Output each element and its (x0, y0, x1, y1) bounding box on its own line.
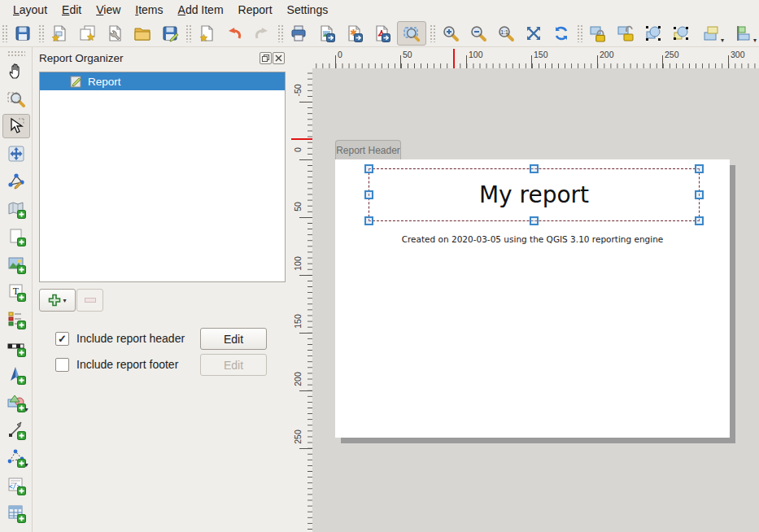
toolbar-drag-handle[interactable] (577, 24, 582, 42)
add-html-icon: </> (7, 476, 26, 495)
add-legend-button[interactable] (2, 307, 30, 332)
add-fixed-table-button[interactable] (2, 529, 30, 532)
v-ruler-label: 0 (293, 137, 303, 162)
selected-label-item[interactable]: My report (369, 168, 700, 221)
move-item-content-tool-button[interactable] (2, 142, 30, 166)
remove-section-button[interactable] (76, 289, 103, 312)
zoom-tool-button[interactable] (2, 86, 30, 111)
open-layout-button[interactable] (130, 21, 155, 46)
add-shape-button[interactable]: ▾ (2, 390, 30, 415)
add-map-icon (7, 199, 26, 219)
menu-view[interactable]: View (89, 2, 127, 18)
menu-items[interactable]: Items (129, 2, 169, 18)
panel-close-button[interactable] (273, 52, 285, 64)
zoom-out-button[interactable] (466, 21, 491, 46)
add-scalebar-button[interactable] (2, 335, 30, 360)
report-tree-item[interactable]: Report (40, 72, 285, 90)
add-section-button[interactable]: ▾ (39, 289, 76, 312)
toolbar-drag-handle[interactable] (7, 50, 25, 56)
export-pdf-button[interactable] (369, 21, 394, 46)
raise-items-button[interactable]: ▾ (696, 21, 726, 46)
h-ruler-label: 50 (403, 50, 412, 59)
edit-nodes-tool-button[interactable] (2, 169, 30, 194)
open-folder-icon (133, 24, 151, 42)
edit-footer-button[interactable]: Edit (200, 354, 267, 376)
save-as-button[interactable] (158, 21, 182, 46)
select-all-button[interactable] (641, 21, 665, 46)
zoom-actual-button[interactable]: 1:1 (494, 21, 518, 46)
export-image-icon (317, 24, 335, 42)
export-pdf-icon (373, 24, 390, 42)
add-north-arrow-button[interactable] (2, 363, 30, 387)
save-button[interactable] (11, 21, 35, 46)
add-picture-button[interactable] (2, 252, 30, 277)
pan-tool-button[interactable] (2, 59, 30, 83)
duplicate-layout-button[interactable] (75, 21, 99, 46)
add-node-item-icon (7, 448, 26, 468)
deselect-all-button[interactable] (669, 21, 693, 46)
redo-icon (253, 24, 271, 42)
edit-header-button[interactable]: Edit (200, 328, 267, 350)
export-image-button[interactable] (314, 21, 338, 46)
layout-viewport[interactable]: Report Header My report Created on 2020-… (312, 68, 759, 532)
dropdown-caret-icon: ▾ (63, 297, 66, 304)
layout-manager-button[interactable] (103, 21, 127, 46)
add-3d-map-button[interactable] (2, 225, 30, 249)
select-move-item-tool-button[interactable] (2, 114, 30, 138)
lock-items-button[interactable] (586, 21, 610, 46)
zoom-full-button[interactable] (397, 21, 426, 46)
export-svg-button[interactable] (342, 21, 366, 46)
report-header-tab: Report Header (335, 140, 401, 159)
toolbar-drag-handle[interactable] (277, 24, 283, 42)
new-layout-button[interactable] (47, 21, 72, 46)
vertical-ruler[interactable]: -50 0 50 100 150 200 250 (291, 68, 312, 532)
toolbar-drag-handle[interactable] (38, 24, 44, 42)
include-report-header-checkbox[interactable]: ✓ (55, 332, 69, 346)
report-subtitle-label[interactable]: Created on 2020-03-05 using the QGIS 3.1… (335, 234, 730, 244)
toolbar-drag-handle[interactable] (185, 24, 191, 42)
include-report-header-row: ✓ Include report header (55, 329, 185, 348)
align-items-button[interactable]: ▾ (729, 21, 758, 46)
print-button[interactable] (286, 21, 311, 46)
unlock-items-button[interactable] (613, 21, 638, 46)
move-item-content-icon (7, 144, 26, 164)
add-node-item-button[interactable]: ▾ (2, 446, 30, 470)
undo-icon (225, 24, 243, 42)
report-page[interactable]: My report Created on 2020-03-05 using th… (335, 159, 730, 438)
ruler-position-marker (291, 138, 312, 140)
edit-nodes-icon (7, 172, 26, 191)
add-attribute-table-button[interactable] (2, 501, 30, 525)
toolbar-drag-handle[interactable] (430, 24, 435, 42)
report-title-label[interactable]: My report (369, 169, 699, 220)
report-tree[interactable]: Report (39, 72, 286, 282)
lock-items-icon (589, 24, 607, 42)
undo-button[interactable] (222, 21, 246, 46)
redo-button[interactable] (250, 21, 274, 46)
zoom-in-button[interactable] (438, 21, 463, 46)
svg-text:1:1: 1:1 (500, 29, 508, 35)
new-page-icon (198, 24, 216, 42)
menu-report[interactable]: Report (232, 2, 279, 18)
pan-tool-icon (7, 61, 26, 81)
menu-add-item[interactable]: Add Item (172, 2, 230, 18)
horizontal-ruler[interactable]: 0 50 100 150 200 250 300 (312, 47, 759, 68)
add-arrow-button[interactable] (2, 418, 30, 443)
new-page-button[interactable] (194, 21, 219, 46)
menu-edit[interactable]: Edit (55, 2, 88, 18)
panel-float-button[interactable] (260, 52, 272, 64)
menu-settings[interactable]: Settings (281, 2, 335, 18)
zoom-to-extent-button[interactable] (521, 21, 546, 46)
refresh-button[interactable] (549, 21, 574, 46)
add-map-button[interactable] (2, 197, 30, 221)
add-label-button[interactable]: T (2, 280, 30, 304)
save-icon (14, 24, 32, 42)
add-legend-icon (7, 310, 26, 329)
include-report-footer-checkbox[interactable] (55, 358, 69, 372)
align-items-icon (735, 24, 752, 42)
menu-layout[interactable]: Layout (7, 2, 54, 18)
v-ruler-label: 100 (293, 251, 303, 276)
toolbar-drag-handle[interactable] (2, 24, 7, 42)
v-ruler-label: 150 (293, 309, 303, 334)
add-html-button[interactable]: </> (2, 473, 30, 498)
refresh-icon (552, 24, 570, 42)
